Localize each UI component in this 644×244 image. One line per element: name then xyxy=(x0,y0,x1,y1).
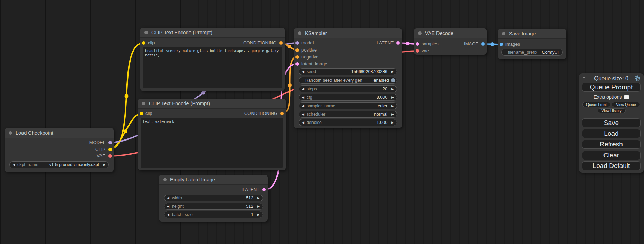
collapse-dot-icon[interactable] xyxy=(9,131,12,135)
widget-steps[interactable]: ◀ steps 20 ▶ xyxy=(299,85,397,92)
widget-filename-prefix[interactable]: filename_prefix ComfyUI xyxy=(501,49,563,56)
node-graph-canvas[interactable]: Load Checkpoint MODEL CLIP VAE ◀ ckpt_na… xyxy=(0,0,644,244)
decrement-arrow-icon[interactable]: ◀ xyxy=(299,70,304,73)
port-latent-output[interactable] xyxy=(262,188,266,191)
extra-options-label: Extra options xyxy=(594,94,622,100)
decrement-arrow-icon[interactable]: ◀ xyxy=(299,104,304,108)
decrement-arrow-icon[interactable]: ◀ xyxy=(299,96,304,99)
port-clip-input[interactable] xyxy=(142,41,145,45)
refresh-button[interactable]: Refresh xyxy=(582,140,641,149)
port-model-output[interactable] xyxy=(108,141,112,144)
port-latent-image-input[interactable] xyxy=(295,62,299,66)
widget-seed[interactable]: ◀ seed 156680208700286 ▶ xyxy=(299,68,397,75)
port-model-input[interactable] xyxy=(295,41,299,45)
port-clip-output[interactable] xyxy=(108,148,112,151)
node-ksampler[interactable]: KSampler model positive negative latent_… xyxy=(294,28,402,128)
output-label-image: IMAGE xyxy=(464,42,478,46)
queue-prompt-button[interactable]: Queue Prompt xyxy=(582,83,641,92)
port-vae-output[interactable] xyxy=(108,154,112,158)
widget-value: 512 xyxy=(246,204,253,209)
collapse-dot-icon[interactable] xyxy=(142,102,145,105)
widget-cfg[interactable]: ◀ cfg 8.000 ▶ xyxy=(299,94,397,101)
input-label-model: model xyxy=(301,40,314,45)
node-title-bar[interactable]: CLIP Text Encode (Prompt) xyxy=(140,28,285,38)
node-vae-decode[interactable]: VAE Decode samples vae IMAGE xyxy=(414,28,487,55)
port-conditioning-output[interactable] xyxy=(279,41,283,45)
node-title-bar[interactable]: Save Image xyxy=(498,29,566,39)
node-title-bar[interactable]: KSampler xyxy=(294,28,402,38)
port-clip-input[interactable] xyxy=(140,112,143,115)
node-title-bar[interactable]: CLIP Text Encode (Prompt) xyxy=(138,99,286,109)
widget-sampler-name[interactable]: ◀ sampler_name euler ▶ xyxy=(299,102,397,109)
link-dot xyxy=(288,45,291,48)
node-clip-text-encode-positive[interactable]: CLIP Text Encode (Prompt) clip CONDITION… xyxy=(140,28,285,91)
decrement-arrow-icon[interactable]: ◀ xyxy=(299,112,304,116)
load-button[interactable]: Load xyxy=(582,129,641,138)
widget-scheduler[interactable]: ◀ scheduler normal ▶ xyxy=(299,111,397,118)
port-samples-input[interactable] xyxy=(416,42,419,46)
increment-arrow-icon[interactable]: ▶ xyxy=(391,87,397,91)
node-title-bar[interactable]: VAE Decode xyxy=(414,28,487,38)
increment-arrow-icon[interactable]: ▶ xyxy=(391,96,397,99)
view-queue-button[interactable]: View Queue xyxy=(612,102,640,107)
increment-arrow-icon[interactable]: ▶ xyxy=(103,163,108,166)
increment-arrow-icon[interactable]: ▶ xyxy=(257,196,263,200)
queue-front-button[interactable]: Queue Front xyxy=(582,102,610,107)
port-latent-output[interactable] xyxy=(396,41,400,45)
toggle-dot-icon[interactable] xyxy=(391,78,395,82)
collapse-dot-icon[interactable] xyxy=(144,31,148,34)
input-label-vae: vae xyxy=(422,48,429,53)
extra-options-checkbox[interactable] xyxy=(624,95,629,99)
port-conditioning-output[interactable] xyxy=(280,112,284,115)
increment-arrow-icon[interactable]: ▶ xyxy=(391,70,397,73)
increment-arrow-icon[interactable]: ▶ xyxy=(391,112,397,116)
widget-value: euler xyxy=(378,103,387,108)
port-images-input[interactable] xyxy=(500,43,503,46)
widget-batch-size[interactable]: ◀ batch_size 1 ▶ xyxy=(164,211,263,218)
gear-icon[interactable] xyxy=(634,75,641,81)
widget-width[interactable]: ◀ width 512 ▶ xyxy=(164,195,263,201)
increment-arrow-icon[interactable]: ▶ xyxy=(257,213,263,216)
increment-arrow-icon[interactable]: ▶ xyxy=(391,121,397,124)
decrement-arrow-icon[interactable]: ◀ xyxy=(164,205,169,208)
increment-arrow-icon[interactable]: ▶ xyxy=(257,205,263,208)
decrement-arrow-icon[interactable]: ◀ xyxy=(164,196,169,200)
prompt-textarea[interactable]: text, watermark xyxy=(141,118,283,168)
port-negative-input[interactable] xyxy=(295,55,299,59)
decrement-arrow-icon[interactable]: ◀ xyxy=(164,213,169,216)
widget-ckpt-name[interactable]: ◀ ckpt_name v1-5-pruned-emaonly.ckpt ▶ xyxy=(9,161,109,168)
node-title-bar[interactable]: Empty Latent Image xyxy=(159,175,268,185)
port-positive-input[interactable] xyxy=(295,48,299,52)
node-save-image[interactable]: Save Image images filename_prefix ComfyU… xyxy=(498,29,566,59)
widget-denoise[interactable]: ◀ denoise 1.000 ▶ xyxy=(299,119,397,126)
node-title-bar[interactable]: Load Checkpoint xyxy=(5,128,114,138)
comfy-menu-panel[interactable]: Queue size: 0 Queue Prompt Extra options… xyxy=(579,73,644,173)
increment-arrow-icon[interactable]: ▶ xyxy=(391,104,397,108)
save-button[interactable]: Save xyxy=(582,118,641,127)
decrement-arrow-icon[interactable]: ◀ xyxy=(299,87,304,91)
widget-value: 1 xyxy=(251,212,253,217)
node-empty-latent-image[interactable]: Empty Latent Image LATENT ◀ width 512 ▶ … xyxy=(159,175,268,222)
port-image-output[interactable] xyxy=(481,42,485,46)
widget-value: normal xyxy=(374,112,387,117)
decrement-arrow-icon[interactable]: ◀ xyxy=(10,163,15,166)
clear-button[interactable]: Clear xyxy=(582,151,641,160)
decrement-arrow-icon[interactable]: ◀ xyxy=(299,121,304,124)
port-vae-input[interactable] xyxy=(416,49,419,53)
collapse-dot-icon[interactable] xyxy=(298,31,301,35)
node-title: CLIP Text Encode (Prompt) xyxy=(149,101,210,106)
collapse-dot-icon[interactable] xyxy=(418,31,422,35)
prompt-textarea[interactable]: beautiful scenery nature glass bottle la… xyxy=(143,47,282,88)
output-label-clip: CLIP xyxy=(95,147,105,152)
widget-random-seed-toggle[interactable]: Random seed after every gen enabled xyxy=(299,77,397,84)
input-label-images: images xyxy=(505,42,520,47)
link-dot xyxy=(406,42,410,45)
load-default-button[interactable]: Load Default xyxy=(582,161,641,170)
view-history-button[interactable]: View History xyxy=(598,108,626,113)
collapse-dot-icon[interactable] xyxy=(163,178,167,181)
node-load-checkpoint[interactable]: Load Checkpoint MODEL CLIP VAE ◀ ckpt_na… xyxy=(5,128,114,172)
widget-label: sampler_name xyxy=(307,103,378,108)
collapse-dot-icon[interactable] xyxy=(502,32,505,35)
node-clip-text-encode-negative[interactable]: CLIP Text Encode (Prompt) clip CONDITION… xyxy=(138,99,286,170)
widget-height[interactable]: ◀ height 512 ▶ xyxy=(164,203,263,210)
